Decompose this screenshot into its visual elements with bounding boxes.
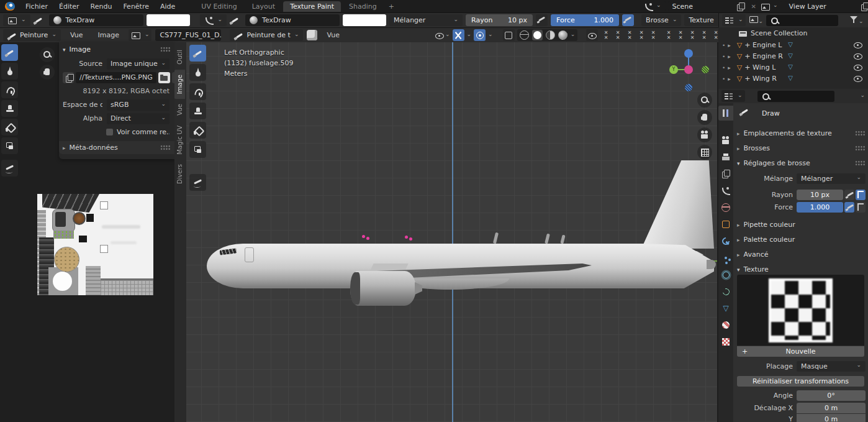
viewport-mode-dropdown[interactable]: Peinture de t (230, 29, 303, 41)
workspace-tab-texture-paint[interactable]: Texture Paint (283, 1, 341, 12)
z-axis-ball[interactable] (684, 49, 693, 58)
panel-grip-icon[interactable] (855, 131, 866, 136)
radius-pressure-toggle[interactable] (536, 14, 548, 26)
x-marker-icon[interactable] (638, 30, 645, 40)
x-marker-icon[interactable] (677, 30, 684, 40)
mask-tool-button[interactable] (1, 137, 18, 154)
panel-color-palette[interactable]: Palette couleur (733, 234, 868, 245)
tab-tool[interactable] (718, 106, 733, 121)
uv-texture-image[interactable] (37, 194, 153, 295)
panel-texture-slots[interactable]: Emplacements de texture (733, 127, 868, 139)
hide-eye-icon[interactable] (853, 62, 863, 72)
menu-fichier[interactable]: Fichier (20, 1, 53, 12)
sidebar-tab-magic-uv[interactable]: Magic UV (174, 121, 185, 160)
premultiply-checkbox[interactable] (106, 129, 113, 135)
colorspace-dropdown[interactable]: sRGB (107, 99, 170, 111)
annotate-tool-button[interactable] (1, 160, 18, 177)
strength-unified-toggle[interactable] (856, 202, 866, 213)
tab-output[interactable] (718, 150, 733, 165)
image-filepath-field[interactable]: //Textures....PNG.PNG (76, 72, 156, 83)
expand-icon[interactable] (728, 75, 735, 83)
panel-advanced[interactable]: Avancé (733, 249, 868, 260)
new-texture-button[interactable]: + Nouvelle (737, 346, 864, 357)
viewport-menu-vue[interactable]: Vue (321, 30, 345, 40)
x-marker-icon[interactable] (665, 30, 672, 40)
new-scene-icon[interactable] (736, 2, 744, 11)
radius-pressure-toggle[interactable] (844, 190, 854, 200)
image-brush-color-swatch[interactable] (147, 14, 190, 26)
blender-logo-icon[interactable] (5, 2, 15, 11)
x-marker-icon[interactable] (700, 30, 708, 40)
clone-tool-button[interactable] (1, 100, 18, 117)
outliner-row-wing-r[interactable]: ▽ + Wing R ▽ (718, 73, 868, 84)
radius-slider[interactable]: Rayon10 px (466, 14, 533, 26)
proportional-editing-toggle[interactable] (474, 29, 486, 41)
proportional-options-dropdown[interactable] (488, 31, 493, 39)
outliner-row-engine-l[interactable]: ▽ + Engine L ▽ (718, 39, 868, 50)
y-axis-ball[interactable]: Y (669, 65, 678, 74)
expand-icon[interactable] (728, 63, 735, 71)
viewport-camera-gizmo[interactable] (697, 127, 712, 142)
menu-editer[interactable]: Éditer (53, 1, 85, 12)
x-marker-icon[interactable] (649, 30, 657, 40)
properties-editor-type-button[interactable] (721, 90, 745, 102)
paint-mask-toggle-icon[interactable] (307, 30, 317, 40)
new-view-layer-icon[interactable] (860, 2, 868, 11)
strength-slider[interactable]: 1.000 (797, 202, 843, 213)
solid-shading-button[interactable] (532, 30, 543, 40)
view-layer-browse-button[interactable] (756, 1, 782, 11)
panel-brush-settings[interactable]: Réglages de brosse (733, 157, 868, 168)
panel-grip-icon[interactable] (855, 160, 866, 166)
tab-view-layer[interactable] (718, 167, 733, 181)
image-editor-menu-image[interactable]: Image (92, 30, 124, 40)
viewport-ortho-gizmo[interactable] (697, 145, 712, 160)
sidebar-tab-divers[interactable]: Divers (174, 159, 185, 189)
image-name-field[interactable]: CS777_FUS_01_D.P (155, 29, 221, 41)
hide-eye-icon[interactable] (853, 73, 863, 83)
collection-row[interactable]: Scene Collection (718, 27, 868, 39)
outliner-filter-type-button[interactable] (749, 14, 764, 26)
viewport-brush-color-swatch[interactable] (343, 14, 386, 26)
outliner-row-engine-r[interactable]: ▽ + Engine R ▽ (718, 50, 868, 62)
image-brush-name-field[interactable]: TexDraw (49, 14, 143, 26)
viewport-3d[interactable]: Left Orthographic (1132) fuselage.509 Me… (186, 42, 717, 422)
tab-modifiers[interactable] (718, 234, 733, 249)
mapping-dropdown[interactable]: Masque (797, 361, 866, 372)
viewport-zoom-gizmo[interactable] (697, 93, 712, 108)
add-workspace-button[interactable]: + (385, 1, 398, 12)
properties-filter-dropdown[interactable] (860, 92, 865, 100)
unlink-scene-button[interactable]: ✕ (751, 3, 756, 10)
expand-icon[interactable] (728, 41, 735, 49)
falloff-shape-button[interactable] (200, 14, 227, 26)
outliner-row-wing-l[interactable]: ▽ + Wing L ▽ (718, 62, 868, 73)
airplane-model[interactable] (186, 42, 717, 422)
menu-rendu[interactable]: Rendu (85, 1, 118, 12)
outliner-filter-button[interactable] (849, 14, 864, 26)
panel-brushes[interactable]: Brosses (733, 142, 868, 154)
view-layer-name-field[interactable]: View Layer (785, 1, 868, 11)
tab-material[interactable] (718, 318, 733, 333)
image-editor-mode-dropdown[interactable]: Peinture (3, 29, 61, 41)
panel-texture[interactable]: Texture (733, 264, 868, 275)
wireframe-shading-icon[interactable] (520, 30, 529, 40)
x-marker-icon[interactable] (614, 30, 622, 40)
hide-eye-icon[interactable] (853, 40, 863, 50)
snap-toggle[interactable] (453, 29, 464, 41)
tab-object-data[interactable]: ▽ (718, 301, 733, 316)
tab-scene[interactable] (718, 183, 733, 198)
y-neg-axis-ball[interactable] (702, 66, 709, 73)
metadata-panel-header[interactable]: Méta-données (59, 141, 174, 154)
texture-preview-box[interactable] (737, 275, 864, 346)
soften-tool-button[interactable] (1, 63, 18, 80)
material-preview-icon[interactable] (546, 30, 555, 40)
brush-menu-dropdown[interactable]: Brosse (641, 14, 681, 26)
offset-x-field[interactable]: 0 m (797, 403, 866, 413)
snap-options-dropdown[interactable] (467, 31, 472, 39)
shading-options-dropdown[interactable] (571, 31, 576, 39)
outliner-search-input[interactable] (766, 15, 838, 26)
draw-tool-button[interactable] (1, 44, 18, 61)
scene-name-field[interactable]: Scene (668, 1, 749, 11)
panel-color-picker[interactable]: Pipette couleur (733, 219, 868, 230)
x-axis-ball[interactable] (684, 65, 693, 74)
rendered-shading-icon[interactable] (558, 30, 567, 40)
